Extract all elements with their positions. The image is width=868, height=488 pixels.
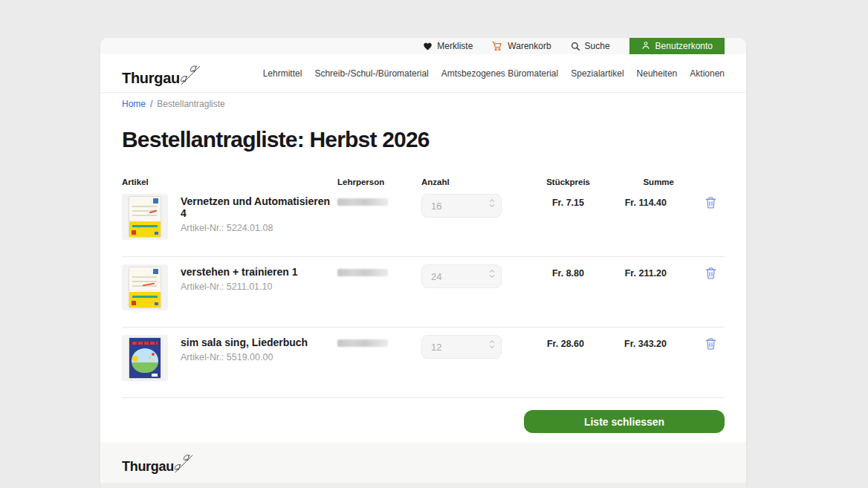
product-thumbnail	[122, 264, 168, 310]
footer-bottom-strip	[100, 483, 746, 488]
nav-neuheiten[interactable]: Neuheiten	[637, 68, 678, 79]
footer-logo-text: Thurgau	[122, 460, 174, 475]
search-icon	[571, 42, 580, 51]
cart-icon	[492, 41, 503, 51]
lehrperson-redacted-value	[337, 198, 388, 206]
product-thumbnail	[122, 335, 168, 381]
unit-price: Fr. 7.15	[503, 198, 590, 208]
account-button[interactable]: Benutzerkonto	[629, 38, 725, 54]
trash-icon	[705, 337, 717, 351]
col-header-summe: Summe	[590, 178, 674, 186]
trash-icon	[705, 196, 717, 209]
lehrperson-redacted-value	[337, 339, 388, 347]
heart-icon	[423, 42, 433, 51]
article-title: Vernetzen und Automatisieren 4	[181, 195, 337, 219]
account-label: Benutzerkonto	[655, 41, 713, 51]
line-total: Fr. 211.20	[590, 268, 674, 279]
nav-schreibmaterial[interactable]: Schreib-/Schul-/Büromaterial	[314, 68, 428, 79]
product-thumbnail	[122, 194, 168, 240]
nav-lehrmittel[interactable]: Lehrmittel	[263, 68, 302, 79]
user-icon	[641, 41, 650, 52]
wishlist-link[interactable]: Merkliste	[423, 41, 473, 51]
search-link[interactable]: Suche	[571, 41, 610, 51]
main-navigation: Lehrmittel Schreib-/Schul-/Büromaterial …	[263, 68, 725, 79]
book-cover-art	[129, 338, 161, 378]
trash-icon	[705, 267, 717, 280]
close-list-button[interactable]: Liste schliessen	[524, 410, 725, 433]
delete-row-button[interactable]	[703, 265, 719, 282]
site-footer: Thurgau	[100, 443, 746, 488]
breadcrumb-home-link[interactable]: Home	[122, 99, 146, 109]
action-bar: Liste schliessen	[122, 410, 725, 433]
col-header-lehrperson: Lehrperson	[337, 178, 421, 186]
breadcrumb-separator: /	[150, 99, 152, 109]
line-total: Fr. 114.40	[590, 198, 674, 208]
book-cover-art	[129, 267, 161, 308]
cart-label: Warenkorb	[508, 41, 551, 51]
utility-bar: Merkliste Warenkorb Suche Benutzerkonto	[100, 38, 746, 54]
book-cover-art	[129, 197, 161, 237]
article-number: Artikel-Nr.: 5211.01.10	[181, 282, 298, 292]
cart-link[interactable]: Warenkorb	[492, 41, 551, 51]
footer-logo-thurgau: Thurgau	[122, 449, 725, 475]
table-header-row: Artikel Lehrperson Anzahl Stückpreis Sum…	[122, 178, 725, 186]
quantity-stepper[interactable]	[489, 340, 495, 348]
article-title: sim sala sing, Liederbuch	[181, 336, 308, 348]
line-total: Fr. 343.20	[590, 339, 674, 349]
article-number: Artikel-Nr.: 5519.00.00	[181, 352, 308, 362]
site-header: Thurgau Lehrmittel Schreib-/Schul-/	[100, 54, 746, 93]
page-title: Bestellantragliste: Herbst 2026	[122, 127, 725, 152]
nav-spezialartikel[interactable]: Spezialartikel	[571, 68, 624, 79]
desktop-background: Merkliste Warenkorb Suche Benutzerkonto	[0, 0, 868, 488]
col-header-artikel: Artikel	[122, 178, 337, 186]
lehrperson-redacted-value	[337, 269, 388, 276]
unit-price: Fr. 28.60	[503, 339, 590, 349]
nav-amtsbezogenes-bueromaterial[interactable]: Amtsbezogenes Büromaterial	[441, 68, 558, 79]
breadcrumb: Home / Bestellantragliste	[122, 99, 725, 109]
table-row: sim sala sing, Liederbuch Artikel-Nr.: 5…	[122, 328, 725, 398]
thurgau-crest-icon	[178, 63, 203, 90]
logo-text: Thurgau	[122, 71, 180, 87]
search-label: Suche	[585, 41, 610, 51]
page-card: Merkliste Warenkorb Suche Benutzerkonto	[100, 38, 746, 488]
delete-row-button[interactable]	[703, 336, 719, 352]
quantity-stepper[interactable]	[489, 270, 495, 278]
table-row: verstehen + trainieren 1 Artikel-Nr.: 52…	[122, 257, 725, 328]
nav-aktionen[interactable]: Aktionen	[690, 68, 725, 79]
main-content: Home / Bestellantragliste Bestellantragl…	[100, 93, 746, 433]
article-title: verstehen + trainieren 1	[181, 266, 298, 278]
footer-thurgau-crest-icon	[172, 452, 195, 478]
table-row: Vernetzen und Automatisieren 4 Artikel-N…	[122, 186, 725, 257]
col-header-stueckpreis: Stückpreis	[503, 178, 590, 186]
col-header-anzahl: Anzahl	[421, 178, 503, 186]
breadcrumb-current: Bestellantragliste	[157, 99, 224, 109]
delete-row-button[interactable]	[703, 195, 719, 211]
logo-thurgau[interactable]: Thurgau	[122, 60, 203, 87]
article-number: Artikel-Nr.: 5224.01.08	[181, 223, 337, 233]
quantity-stepper[interactable]	[489, 199, 495, 207]
unit-price: Fr. 8.80	[503, 268, 590, 279]
wishlist-label: Merkliste	[437, 41, 473, 51]
